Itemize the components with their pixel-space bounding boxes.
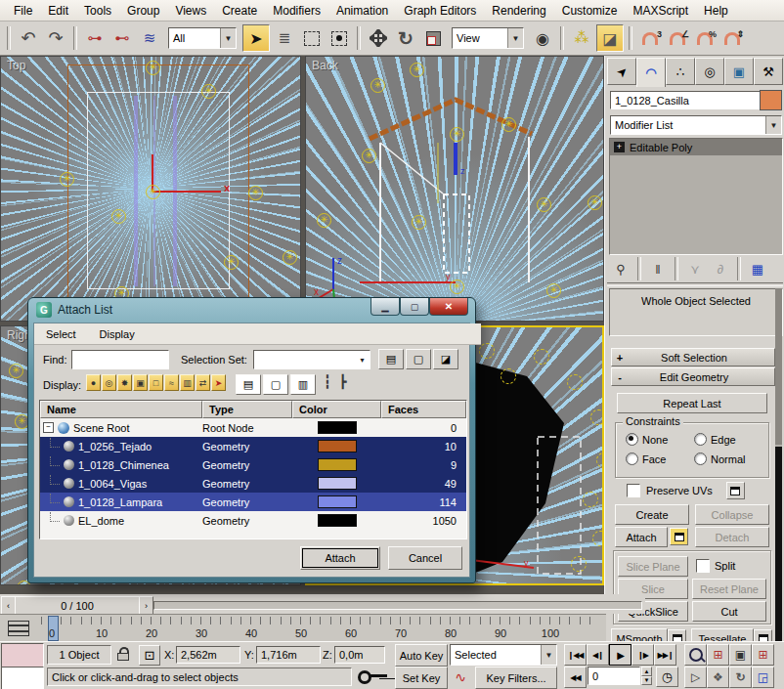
dialog-menu-select[interactable]: Select [46,328,76,340]
constraint-edge-radio[interactable]: Edge [694,433,736,446]
time-slider-next-button[interactable]: › [139,596,153,615]
remove-modifier-icon[interactable]: ∂ [709,262,732,277]
chevron-down-icon[interactable]: ▼ [765,116,781,134]
chevron-down-icon[interactable]: ▼ [507,28,523,48]
viewport-top[interactable]: x Top [0,56,301,322]
tab-modify[interactable]: ◠ [636,58,666,87]
chevron-down-icon[interactable]: ▼ [220,28,236,48]
column-color[interactable]: Color [292,401,381,418]
field-of-view-button[interactable]: ▷ [684,667,707,688]
chevron-down-icon[interactable]: ▾ [355,351,370,368]
modifier-list-dropdown[interactable]: Modifier List ▼ [610,115,782,135]
min-max-toggle-button[interactable]: ◲ [752,667,774,688]
maxscript-mini-listener-white[interactable] [1,667,44,689]
create-button[interactable]: Create [615,504,689,525]
previous-frame-button[interactable]: ◀❙ [587,644,609,666]
display-dependents-icon[interactable]: ┣ [339,374,347,389]
scrollbar-thumb[interactable] [775,447,782,647]
menu-create[interactable]: Create [214,4,265,18]
time-slider-prev-button[interactable]: ‹ [1,596,16,615]
menu-graph-editors[interactable]: Graph Editors [396,4,484,18]
display-xrefs-icon[interactable]: ⇄ [196,374,210,391]
selection-lock-icon[interactable] [117,647,129,661]
list-row-el-dome[interactable]: EL_dome Geometry 1050 [40,511,466,530]
select-object-icon[interactable]: ➤ [242,24,270,52]
current-frame-field[interactable]: 0 [588,667,640,685]
spinner-down-icon[interactable]: ▼ [641,676,652,686]
default-in-out-tangent-icon[interactable]: ∿ [450,667,471,687]
list-view-icon[interactable]: ▤ [236,374,261,395]
viewport-back[interactable]: z y z x y Back [305,56,604,322]
use-pivot-point-center-icon[interactable]: ◉ [530,25,555,51]
display-space-warps-icon[interactable]: ≈ [164,374,179,391]
manipulate-icon[interactable]: ⁂ [569,25,594,51]
select-and-move-icon[interactable] [366,25,391,51]
go-to-end-button[interactable]: ▶▶❙ [654,644,676,666]
attach-button-panel[interactable]: Attach [615,527,668,547]
zoom-extents-all-button[interactable]: ⊞ [752,644,774,666]
none-view-icon[interactable]: ▢ [263,374,288,395]
snaps-toggle-icon[interactable]: ◪ [596,24,624,52]
tab-display[interactable]: ▣ [724,58,754,85]
column-name[interactable]: Name [40,401,202,418]
reset-plane-button[interactable]: Reset Plane [692,579,766,599]
viewport-label-back[interactable]: Back [312,59,338,72]
y-coord-field[interactable]: 1,716m [256,646,321,664]
display-shapes-icon[interactable]: ◎ [102,374,116,391]
next-frame-button[interactable]: ❙▶ [632,644,654,666]
unlink-selection-icon[interactable]: ⊷ [109,25,135,51]
constraint-none-radio[interactable]: None [626,433,668,446]
menu-edit[interactable]: Edit [40,4,76,18]
menu-customize[interactable]: Customize [554,4,626,18]
repeat-last-button[interactable]: Repeat Last [617,393,767,413]
show-end-result-icon[interactable]: ‖ [646,262,670,277]
bind-to-space-warp-icon[interactable]: ≋ [137,25,162,51]
select-none-button[interactable]: ▢ [406,349,431,369]
selection-filter-dropdown[interactable]: All ▼ [168,27,237,49]
zoom-button[interactable] [684,644,707,666]
frame-spinner[interactable]: ▲ ▼ [641,667,652,685]
display-cameras-icon[interactable]: ▣ [133,374,148,391]
detail-view-icon[interactable]: ▥ [290,374,316,395]
menu-animation[interactable]: Animation [328,4,396,18]
menu-modifiers[interactable]: Modifiers [265,4,328,18]
rollout-soft-selection[interactable]: + Soft Selection [611,348,775,366]
menu-tools[interactable]: Tools [76,4,119,18]
menu-maxscript[interactable]: MAXScript [625,4,696,18]
spinner-snap-icon[interactable]: ⇕ [719,25,745,51]
display-groups-icon[interactable]: ▥ [180,374,195,391]
track-bar[interactable]: 0 10 20 30 40 50 60 70 80 90 100 [0,614,606,642]
mini-curve-editor-button[interactable] [2,617,35,639]
track-bar-ruler[interactable]: 0 10 20 30 40 50 60 70 80 90 100 [37,615,592,642]
x-coord-field[interactable]: 2,562m [176,646,240,664]
constraint-face-radio[interactable]: Face [626,452,666,465]
redo-icon[interactable]: ↷ [43,25,68,51]
cancel-button[interactable]: Cancel [388,546,462,570]
panel-scrollbar[interactable] [775,288,782,647]
chevron-down-icon[interactable]: ▼ [541,645,556,665]
attach-list-settings-button[interactable] [670,528,688,545]
tab-utilities[interactable]: ⚒ [754,58,783,85]
menu-file[interactable]: File [6,4,40,18]
object-name-field[interactable]: 1_0128_Casilla [610,91,761,109]
tab-create[interactable]: ➤ [607,58,636,85]
display-bones-icon[interactable]: ➤ [211,374,226,391]
make-unique-icon[interactable]: ⋎ [683,262,707,277]
dialog-menu-display[interactable]: Display [100,328,135,340]
select-invert-button[interactable]: ◪ [433,349,458,369]
column-type[interactable]: Type [202,401,292,418]
menu-help[interactable]: Help [696,4,736,18]
percent-snap-icon[interactable]: % [692,25,718,51]
pin-stack-icon[interactable]: ⚲ [609,262,632,277]
list-row-chimenea[interactable]: 1_0128_Chimenea Geometry 9 [40,455,466,474]
play-button[interactable]: ▶ [609,644,632,666]
expand-box-icon[interactable]: + [614,142,625,152]
selection-set-dropdown[interactable]: ▾ [253,350,370,369]
menu-views[interactable]: Views [167,4,214,18]
absolute-offset-toggle-icon[interactable]: ⊡ [139,645,160,666]
configure-modifier-sets-icon[interactable]: ▦ [746,262,769,277]
select-by-name-icon[interactable]: ≣ [272,25,297,51]
display-subtree-icon[interactable]: ┇ [324,374,331,389]
arc-rotate-button[interactable]: ↻ [729,667,752,688]
rectangular-selection-region-icon[interactable] [299,25,325,51]
